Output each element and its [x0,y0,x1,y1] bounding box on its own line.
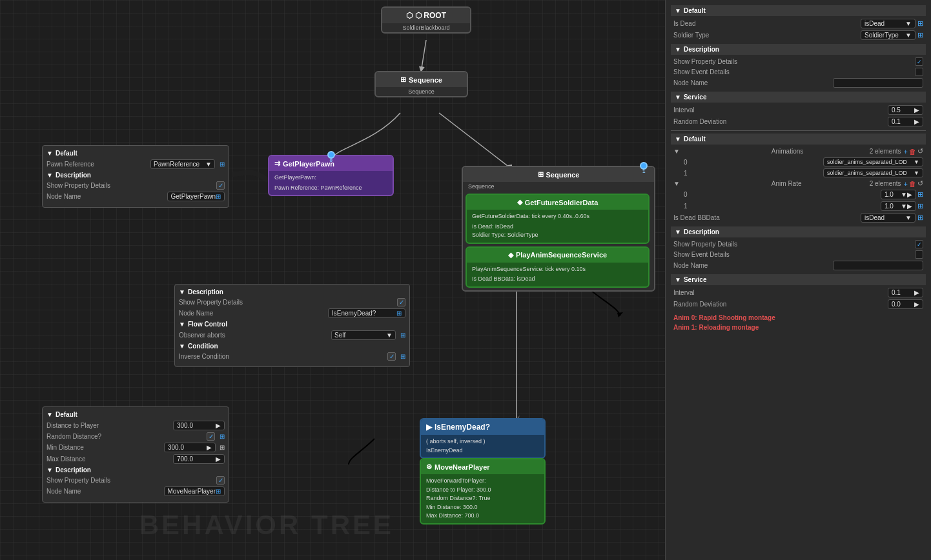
mnp-max-value[interactable]: 700.0 ▶ [173,454,225,464]
rp-rate1-arrows: ▼▶ [901,203,912,210]
rp-anim-add[interactable]: + [904,148,908,155]
anim-note-1: Anim 1: Reloading montage [671,323,926,332]
rp-divider1 [671,130,926,131]
mnp-line2: Random Distance?: True [426,494,539,503]
rp-anim0-dropdown[interactable]: soldier_anims_separated_LOD ▼ [823,157,923,166]
rp-rate-reset[interactable]: ↺ [917,179,923,188]
ied-node-name-value[interactable]: IsEnemyDead? ⊞ [328,308,405,318]
rp-default2-header[interactable]: ▼ Default [671,134,926,145]
rp-node-name2-input[interactable] [833,261,923,270]
pawn-ref-dropdown[interactable]: PawnReference ▼ [150,159,215,169]
seq2-header: ⊞ Sequence [463,167,654,182]
rp-rand-dev1-value[interactable]: 0.1 ▶ [888,117,923,126]
pawn-ref-link[interactable]: ⊞ [220,161,225,168]
mnp-node-name-link: ⊞ [216,488,221,495]
root-node[interactable]: ⬡ ⬡ ROOT SoldierBlackboard [381,6,471,34]
rp-anim1-dropdown[interactable]: soldier_anims_separated_LOD ▼ [823,168,923,177]
mnp-node-name-value[interactable]: MoveNearPlayer ⊞ [164,486,225,496]
ied-title: IsEnemyDead? [435,423,490,432]
rp-rand-dev2-arrow: ▶ [914,301,919,308]
rp-anim1-arrow: ▼ [914,170,919,176]
ied-node-name-label: Node Name [179,310,325,317]
rp-anim-reset[interactable]: ↺ [917,147,923,155]
get-player-pawn-node[interactable]: 0 ⇉ GetPlayerPawn GetPlayerPawn: Pawn Re… [268,155,394,196]
rp-default1-collapse: ▼ [675,7,681,14]
rp-node-name2-label: Node Name [673,262,833,269]
gpp-node-name-row: Node Name GetPlayerPawn ⊞ [46,192,225,201]
mnp-title: MoveNearPlayer [435,463,490,471]
root-subtitle: SoldierBlackboard [382,23,470,32]
gfsd-icon: ◆ [517,198,522,206]
root-node-header: ⬡ ⬡ ROOT [382,8,470,23]
rp-show-event1-checkbox[interactable] [915,68,923,76]
mnp-random-checkbox[interactable] [207,432,215,441]
rp-desc1-header[interactable]: ▼ Description [671,44,926,55]
gfsd-body: GetFutureSoldierData: tick every 0.40s..… [467,210,648,243]
gpp-pawn-ref-row: Pawn Reference PawnReference ▼ ⊞ [46,159,225,169]
mnp-sub: MoveForwardToPlayer: [426,477,539,486]
rp-interval2-label: Interval [673,289,888,296]
rp-interval2-value[interactable]: 0.1 ▶ [888,288,923,297]
rp-soldier-type-dropdown[interactable]: SoldierType ▼ [861,30,916,40]
rp-default2-title: Default [684,135,706,143]
sequence1-node[interactable]: ⊞ Sequence Sequence [374,71,468,97]
rp-rate-delete[interactable]: 🗑 [909,180,916,188]
rp-service2-header[interactable]: ▼ Service [671,274,926,285]
move-near-player-node[interactable]: ⊛ MoveNearPlayer MoveForwardToPlayer: Di… [420,458,546,525]
rp-is-dead-bbdata-dropdown[interactable]: isDead ▼ [861,213,916,223]
ied-observer-dropdown[interactable]: Self ▼ [331,330,396,340]
rp-rate0-value[interactable]: 1.0 ▼▶ [881,190,916,199]
mnp-dist-value[interactable]: 300.0 ▶ [173,421,225,430]
sequence2-node[interactable]: 1 ⊞ Sequence Sequence ◆ GetFutureSoldier… [462,166,655,292]
ied-condition-label: Condition [188,343,218,350]
rp-rand-dev2-value[interactable]: 0.0 ▶ [888,299,923,309]
rp-is-dead-bbdata-label: Is Dead BBData [673,214,861,221]
seq1-subtitle: Sequence [376,87,467,96]
ied-show-prop-row: Show Property Details [179,298,405,306]
get-future-soldier-data-node[interactable]: ◆ GetFutureSoldierData GetFutureSoldierD… [466,194,650,244]
gpp-node-name-value[interactable]: GetPlayerPawn ⊞ [167,192,225,201]
rp-animations-collapse: ▼ [673,148,772,155]
rp-service1-header[interactable]: ▼ Service [671,92,926,103]
ied-node-name-text: IsEnemyDead? [332,310,376,317]
rp-anim-delete[interactable]: 🗑 [909,148,916,155]
rp-rate0-link: ⊞ [917,190,923,199]
rp-default2-collapse: ▼ [675,135,681,143]
rp-rand-dev2-label: Random Deviation [673,301,888,308]
ied-inverse-checkbox[interactable] [387,352,396,361]
rp-is-dead-bbdata-link: ⊞ [917,214,923,222]
mnp-show-prop-checkbox[interactable] [216,476,225,485]
rp-section-service2: ▼ Service Interval 0.1 ▶ Random Deviatio… [671,274,926,309]
rp-node-name1-input[interactable] [833,78,923,88]
rp-rate1-value[interactable]: 1.0 ▼▶ [881,201,916,211]
rp-interval1-row: Interval 0.5 ▶ [671,105,926,115]
mnp-min-label: Min Distance [46,444,161,451]
mnp-random-row: Random Distance? ⊞ [46,432,225,441]
mnp-max-label: Max Distance [46,455,170,463]
rp-interval1-value[interactable]: 0.5 ▶ [888,105,923,115]
rp-service1-collapse: ▼ [675,94,681,101]
rp-node-name1-row: Node Name [671,78,926,88]
is-enemy-dead-node[interactable]: ▶ IsEnemyDead? ( aborts self, inversed )… [420,418,546,459]
rp-is-dead-dropdown[interactable]: isDead ▼ [861,19,916,28]
ied-show-prop-checkbox[interactable] [397,298,405,306]
gpp-body: GetPlayerPawn: Pawn Reference: PawnRefer… [269,171,393,195]
rp-desc2-header[interactable]: ▼ Description [671,226,926,237]
rp-is-dead-value: isDead [865,20,885,27]
rp-show-event2-checkbox[interactable] [915,250,923,259]
play-anim-sequence-service-node[interactable]: ◆ PlayAnimSequenceService PlayAnimSequen… [466,246,650,288]
rp-rand-dev1-label: Random Deviation [673,118,888,125]
ied-body: ( aborts self, inversed ) IsEnemyDead [421,435,544,457]
rp-show-prop2-checkbox[interactable] [915,240,923,248]
rp-rate1-row: 1 1.0 ▼▶ ⊞ [671,201,926,211]
rp-default1-header[interactable]: ▼ Default [671,5,926,16]
pawn-ref-value: PawnReference [154,161,200,168]
rp-show-prop1-checkbox[interactable] [915,57,923,66]
mnp-min-value[interactable]: 300.0 ▶ [164,443,216,452]
move-near-player-detail-panel: ▼ Default Distance to Player 300.0 ▶ Ran… [42,406,229,503]
rp-rate-add[interactable]: + [904,180,908,188]
gpp-show-prop-checkbox[interactable] [216,181,225,190]
pass-body: PlayAnimSequenceService: tick every 0.10… [467,263,648,286]
gpp-default-header: ▼ Default [46,150,225,157]
mnp-max-row: Max Distance 700.0 ▶ [46,454,225,464]
